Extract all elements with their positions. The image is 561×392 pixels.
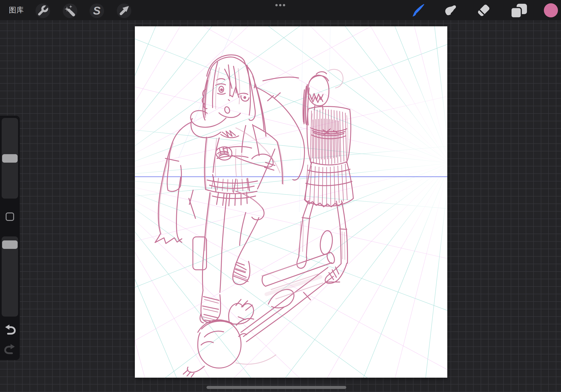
- svg-text:S: S: [93, 4, 101, 17]
